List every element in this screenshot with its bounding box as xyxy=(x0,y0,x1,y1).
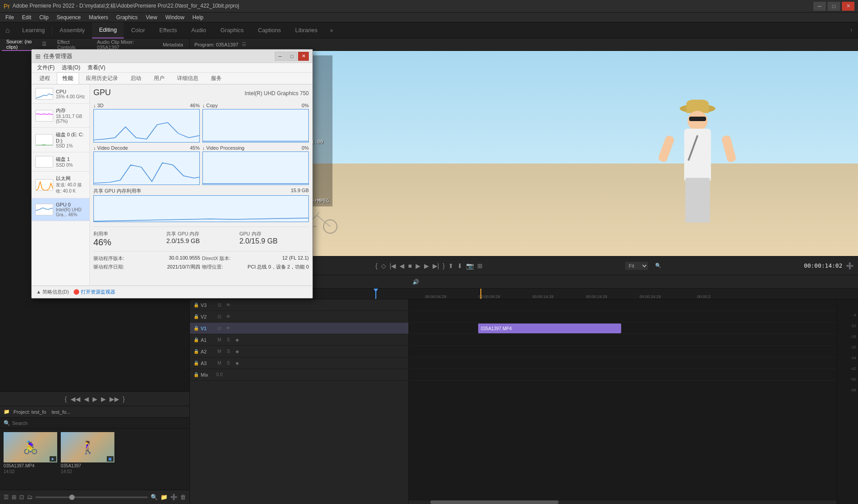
tm-tab-process[interactable]: 进程 xyxy=(34,72,56,84)
step-back-button[interactable]: ◀ xyxy=(84,395,89,403)
tab-editing[interactable]: Editing xyxy=(92,22,124,38)
track-eye-v3[interactable]: 👁 xyxy=(225,302,232,309)
track-s-a3[interactable]: S xyxy=(225,360,232,367)
next-frame-button[interactable]: ▶▶ xyxy=(109,395,119,403)
tab-learning[interactable]: Learning xyxy=(15,22,52,38)
tm-minimize[interactable]: ─ xyxy=(275,52,286,61)
minimize-button[interactable]: ─ xyxy=(813,2,826,11)
new-item-button[interactable]: ➕ xyxy=(170,494,177,500)
tm-tab-startup[interactable]: 启动 xyxy=(125,72,147,84)
tm-sidebar-cpu[interactable]: CPU 15% 4.00 GHz xyxy=(32,84,89,104)
resource-monitor-link[interactable]: 🔴 打开资源监视器 xyxy=(73,289,115,295)
menu-edit[interactable]: Edit xyxy=(18,13,35,21)
tm-sidebar-gpu0[interactable]: GPU 0 Intel(R) UHD Gra... 46% xyxy=(32,198,89,221)
export-icon[interactable]: ↑ xyxy=(850,27,853,34)
track-sync-v2[interactable]: ⊡ xyxy=(216,313,223,320)
video-clip[interactable]: 035A1397.MP4 xyxy=(478,323,621,333)
menu-file[interactable]: File xyxy=(2,13,17,21)
play-prog[interactable]: ▶ xyxy=(416,262,421,269)
track-eye-v2[interactable]: 👁 xyxy=(225,313,232,320)
track-keyframe-a2[interactable]: ◆ xyxy=(234,348,241,355)
tm-sidebar-memory[interactable]: 内存 18.1/31.7 GB (57%) xyxy=(32,104,89,128)
tm-tab-details[interactable]: 详细信息 xyxy=(171,72,204,84)
fit-select[interactable]: Fit Full 25% 50% xyxy=(625,262,648,270)
lock-icon-mix[interactable]: 🔒 xyxy=(193,372,199,377)
tm-menu-view[interactable]: 查看(V) xyxy=(84,63,109,72)
next-edit-prog[interactable]: ▶| xyxy=(433,262,439,269)
timeline-scrollbar[interactable] xyxy=(409,500,837,504)
search-button[interactable]: 🔍 xyxy=(151,494,158,500)
lock-icon-a1[interactable]: 🔒 xyxy=(193,337,199,342)
add-to-sequence[interactable]: ➕ xyxy=(846,262,854,269)
tab-captions[interactable]: Captions xyxy=(251,22,288,38)
tm-sidebar-disk0[interactable]: 磁盘 0 (E: C: D:) SSD 1% xyxy=(32,128,89,152)
tab-libraries[interactable]: Libraries xyxy=(288,22,325,38)
lock-icon-a2[interactable]: 🔒 xyxy=(193,349,199,354)
search-input[interactable] xyxy=(12,420,186,426)
tm-sidebar-disk1[interactable]: 磁盘 1 SSD 0% xyxy=(32,152,89,172)
sort-button[interactable]: 🗂 xyxy=(27,494,33,500)
step-forward-button[interactable]: ▶ xyxy=(101,395,106,403)
add-track-icon[interactable]: 🔊 xyxy=(412,279,419,285)
tm-tab-performance[interactable]: 性能 xyxy=(57,72,79,84)
lock-icon-a3[interactable]: 🔒 xyxy=(193,361,199,365)
size-slider[interactable] xyxy=(35,496,148,498)
tab-graphics[interactable]: Graphics xyxy=(213,22,251,38)
prev-frame-button[interactable]: ◀◀ xyxy=(71,395,80,403)
tm-tab-services[interactable]: 服务 xyxy=(205,72,227,84)
mark-in-button[interactable]: { xyxy=(65,395,67,403)
lock-icon-v1[interactable]: 🔒 xyxy=(193,326,199,331)
close-button[interactable]: ✕ xyxy=(842,2,854,11)
track-sync-v3[interactable]: ⊡ xyxy=(216,302,223,309)
menu-graphics[interactable]: Graphics xyxy=(113,13,141,21)
tm-maximize[interactable]: □ xyxy=(286,52,297,61)
tm-menu-options[interactable]: 选项(O) xyxy=(58,63,84,72)
maximize-button[interactable]: □ xyxy=(828,2,840,11)
lock-icon-v3[interactable]: 🔒 xyxy=(193,302,199,307)
tab-assembly[interactable]: Assembly xyxy=(52,22,92,38)
menu-view[interactable]: View xyxy=(142,13,161,21)
list-item[interactable]: 🚶‍♀️ ▣ 035A1397 14:02 xyxy=(61,432,114,486)
list-item[interactable]: 🚴‍♀️ ► 035A1397.MP4 14:02 xyxy=(4,432,57,486)
extract-prog[interactable]: ⬇ xyxy=(457,262,463,269)
track-keyframe-a1[interactable]: ◆ xyxy=(234,336,241,344)
menu-window[interactable]: Window xyxy=(162,13,188,21)
menu-clip[interactable]: Clip xyxy=(36,13,52,21)
program-menu-icon[interactable]: ☰ xyxy=(242,42,246,47)
step-forward-prog[interactable]: ▶ xyxy=(424,262,429,269)
track-eye-v1[interactable]: 👁 xyxy=(225,325,232,332)
tm-tab-app-history[interactable]: 应用历史记录 xyxy=(80,72,124,84)
prev-edit-prog[interactable]: |◀ xyxy=(390,262,396,269)
export-frame-prog[interactable]: 📷 xyxy=(466,262,474,269)
menu-sequence[interactable]: Sequence xyxy=(53,13,84,21)
tm-tab-users[interactable]: 用户 xyxy=(148,72,170,84)
track-m-a1[interactable]: M xyxy=(216,336,223,344)
mark-out-prog[interactable]: } xyxy=(442,262,445,269)
lift-prog[interactable]: ⬆ xyxy=(448,262,454,269)
tm-sidebar-ethernet[interactable]: 以太网 发送: 40.0 接收: 40.0 K xyxy=(32,172,89,198)
lock-icon-v2[interactable]: 🔒 xyxy=(193,314,199,319)
more-tabs[interactable]: » xyxy=(326,27,336,34)
menu-help[interactable]: Help xyxy=(189,13,207,21)
freeform-button[interactable]: ⊡ xyxy=(19,494,24,500)
scrollbar-handle[interactable] xyxy=(430,500,559,504)
mark-out-button[interactable]: } xyxy=(123,395,125,403)
mark-in-prog[interactable]: { xyxy=(375,262,378,269)
play-button[interactable]: ▶ xyxy=(93,395,97,403)
list-view-button[interactable]: ☰ xyxy=(4,494,9,500)
stop-prog[interactable]: ■ xyxy=(408,262,412,269)
zoom-icon[interactable]: 🔍 xyxy=(655,263,661,269)
home-icon[interactable]: ⌂ xyxy=(0,26,15,34)
summary-toggle[interactable]: ▲ 简略信息(D) xyxy=(36,289,69,295)
grid-view-button[interactable]: ⊞ xyxy=(12,494,17,500)
track-m-a3[interactable]: M xyxy=(216,360,223,367)
track-keyframe-a3[interactable]: ◆ xyxy=(234,360,241,367)
insert-prog[interactable]: ⊞ xyxy=(477,262,483,269)
delete-button[interactable]: 🗑 xyxy=(180,494,186,500)
tab-audio[interactable]: Audio xyxy=(184,22,213,38)
track-s-a1[interactable]: S xyxy=(225,336,232,344)
add-mark-prog[interactable]: ◇ xyxy=(381,262,386,269)
tab-effects[interactable]: Effects xyxy=(152,22,184,38)
track-sync-v1[interactable]: ⊡ xyxy=(216,325,223,332)
tab-color[interactable]: Color xyxy=(124,22,152,38)
